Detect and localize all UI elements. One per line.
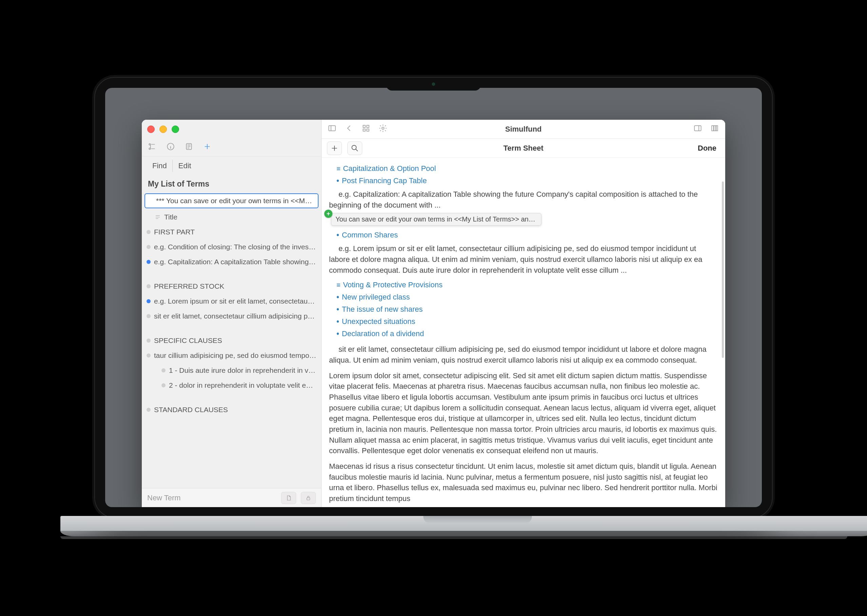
bullet-icon: [146, 260, 151, 264]
term-link[interactable]: The issue of new shares: [329, 303, 718, 316]
list-item[interactable]: SPECIFIC CLAUSES: [142, 333, 321, 348]
editor-panel: Simulfund: [322, 120, 725, 507]
svg-rect-5: [329, 126, 336, 130]
svg-rect-11: [694, 126, 701, 130]
editor-toolbar: Simulfund: [322, 120, 725, 139]
term-link[interactable]: New privileged class: [329, 291, 718, 303]
svg-rect-13: [714, 126, 716, 130]
section-heading[interactable]: Capitalization & Option Pool: [329, 162, 718, 175]
list-item[interactable]: e.g. Condition of closing: The closing o…: [142, 239, 321, 255]
bullet-icon: [146, 338, 151, 343]
list-item[interactable]: taur cillium adipisicing pe, sed do eius…: [142, 348, 321, 363]
bullet-icon: [162, 368, 165, 372]
minimize-window-button[interactable]: [159, 126, 167, 133]
drag-insert-preview[interactable]: + You can save or edit your own terms in…: [327, 213, 718, 226]
list-item[interactable]: Title: [142, 210, 321, 225]
term-link[interactable]: Unexpected situations: [329, 316, 718, 328]
editor-subtoolbar: Term Sheet Done: [322, 139, 725, 158]
list-item[interactable]: 2 - dolor in reprehenderit in voluptate …: [142, 378, 321, 393]
list-item-label: 1 - Duis aute irure dolor in reprehender…: [169, 366, 316, 374]
list-item[interactable]: e.g. Lorem ipsum or sit er elit lamet, c…: [142, 294, 321, 309]
panel-layout-icon[interactable]: [693, 124, 702, 135]
desktop-wallpaper: Find Edit My List of Terms *** You can s…: [105, 88, 762, 507]
document-icon[interactable]: [281, 492, 296, 504]
list-item-label: *** You can save or edit your own terms …: [156, 197, 314, 205]
list-item-label: PREFERRED STOCK: [154, 282, 224, 290]
term-link[interactable]: Declaration of a dividend: [329, 328, 718, 340]
list-item[interactable]: FIRST PART: [142, 225, 321, 239]
list-item-label: e.g. Capitalization: A capitalization Ta…: [154, 258, 316, 266]
bullet-icon: [146, 408, 151, 412]
sidebar-toolbar: [142, 139, 321, 156]
list-item-label: e.g. Lorem ipsum or sit er elit lamet, c…: [154, 297, 316, 305]
list-item[interactable]: e.g. Capitalization: A capitalization Ta…: [142, 255, 321, 269]
list-item-label: sit er elit lamet, consectetaur cillium …: [154, 312, 316, 320]
body-text: e.g. Capitalization: A capitalization Ta…: [329, 189, 718, 210]
new-term-label[interactable]: New Term: [147, 493, 276, 502]
svg-rect-8: [363, 129, 365, 131]
section-heading[interactable]: Voting & Protective Provisions: [329, 279, 718, 291]
document-title: Term Sheet: [503, 144, 543, 152]
camera-icon: [432, 82, 435, 86]
term-link[interactable]: Common Shares: [329, 229, 718, 241]
document-body[interactable]: Capitalization & Option Pool Post Financ…: [322, 158, 725, 507]
svg-rect-7: [367, 125, 369, 127]
bullet-icon: [162, 383, 165, 387]
close-window-button[interactable]: [147, 126, 155, 133]
term-link[interactable]: Post Financing Cap Table: [329, 175, 718, 187]
columns-icon[interactable]: [710, 124, 719, 135]
bullet-icon: [146, 314, 151, 318]
body-text: e.g. Lorem ipsum or sit er elit lamet, c…: [329, 243, 718, 275]
heading-icon: [155, 214, 161, 220]
laptop-frame: Find Edit My List of Terms *** You can s…: [60, 77, 807, 539]
svg-rect-6: [363, 125, 365, 127]
laptop-feet: [60, 536, 847, 539]
toggle-sidebar-icon[interactable]: [328, 124, 336, 135]
scrollbar[interactable]: [722, 181, 724, 358]
svg-rect-4: [307, 498, 310, 500]
laptop-base-edge: [60, 531, 867, 536]
structure-icon[interactable]: [148, 142, 157, 153]
list-item[interactable]: 1 - Duis aute irure dolor in reprehender…: [142, 363, 321, 378]
bullet-icon: [146, 299, 151, 303]
list-item[interactable]: sit er elit lamet, consectetaur cillium …: [142, 309, 321, 324]
list-item-label: e.g. Condition of closing: The closing o…: [154, 243, 316, 251]
drag-hint-text: You can save or edit your own terms in <…: [331, 213, 541, 226]
find-tab[interactable]: Find: [146, 160, 173, 172]
svg-rect-12: [712, 126, 713, 130]
info-icon[interactable]: [166, 142, 175, 153]
lock-icon[interactable]: [301, 492, 316, 504]
list-icon[interactable]: [185, 142, 193, 153]
svg-point-10: [382, 127, 384, 129]
list-item[interactable]: *** You can save or edit your own terms …: [144, 193, 319, 208]
list-item[interactable]: PREFERRED STOCK: [142, 279, 321, 294]
body-text: Maecenas id risus a risus consectetur ti…: [329, 461, 718, 504]
edit-tab[interactable]: Edit: [173, 160, 197, 172]
list-item-label: 2 - dolor in reprehenderit in voluptate …: [169, 381, 316, 390]
add-button[interactable]: [327, 141, 342, 155]
body-text: sit er elit lamet, consectetaur cillium …: [329, 344, 718, 365]
list-item-label: taur cillium adipisicing pe, sed do eius…: [154, 351, 316, 360]
term-list[interactable]: *** You can save or edit your own terms …: [142, 192, 321, 488]
done-button[interactable]: Done: [694, 142, 720, 155]
bullet-icon: [146, 245, 151, 249]
window-titlebar: [142, 120, 321, 139]
search-button[interactable]: [347, 141, 362, 155]
list-item-label: SPECIFIC CLAUSES: [154, 336, 222, 345]
back-icon[interactable]: [345, 124, 353, 135]
sidebar-panel: Find Edit My List of Terms *** You can s…: [142, 120, 322, 507]
sidebar-heading: My List of Terms: [142, 175, 321, 192]
svg-rect-14: [716, 126, 718, 130]
gear-icon[interactable]: [379, 124, 387, 135]
list-item[interactable]: STANDARD CLAUSES: [142, 402, 321, 417]
add-icon[interactable]: [203, 142, 212, 153]
app-window: Find Edit My List of Terms *** You can s…: [142, 120, 725, 507]
app-title: Simulfund: [505, 125, 542, 134]
display-notch: [386, 78, 481, 91]
sidebar-footer: New Term: [142, 488, 321, 507]
grid-icon[interactable]: [361, 124, 371, 135]
list-item-label: Title: [164, 213, 177, 221]
laptop-base: [60, 516, 867, 531]
bullet-icon: [146, 284, 151, 288]
fullscreen-window-button[interactable]: [172, 126, 179, 133]
